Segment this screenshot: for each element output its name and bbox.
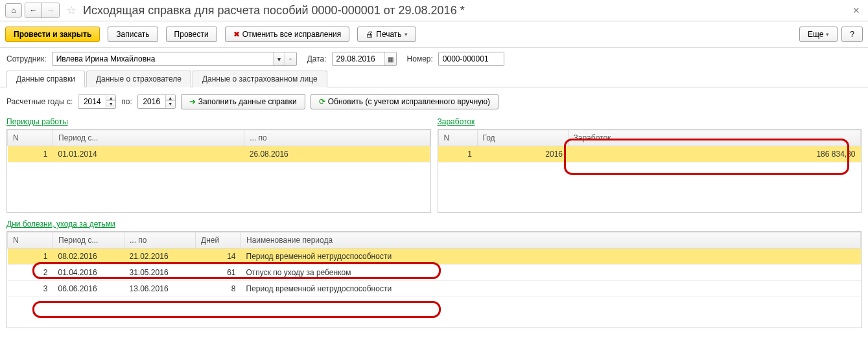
earnings-title: Заработок: [438, 116, 862, 128]
work-periods-title: Периоды работы: [6, 116, 431, 128]
years-to-label: по:: [121, 97, 132, 106]
up-icon[interactable]: ▲: [166, 95, 175, 101]
col-to: ... по: [124, 232, 196, 249]
year-from-group: ▲▼: [78, 95, 116, 109]
tab-insurer-data[interactable]: Данные о страхователе: [86, 71, 191, 87]
sick-table[interactable]: N Период с... ... по Дней Наименование п…: [7, 232, 861, 297]
calendar-icon[interactable]: ▦: [384, 52, 396, 65]
dropdown-icon: ▾: [826, 31, 829, 38]
post-and-close-button[interactable]: Провести и закрыть: [5, 27, 100, 42]
employee-input-group: ▾ ▫: [52, 52, 297, 66]
work-periods-table[interactable]: N Период с... ... по 1 01.01.2014 26.08.…: [7, 129, 430, 162]
cancel-corrections-button[interactable]: ✖ Отменить все исправления: [225, 27, 350, 42]
down-icon[interactable]: ▼: [106, 101, 115, 107]
help-button[interactable]: ?: [841, 27, 863, 42]
arrow-right-icon: ➔: [189, 97, 196, 106]
year-from-field[interactable]: [78, 95, 106, 108]
col-from: Период с...: [53, 130, 244, 146]
col-days: Дней: [196, 232, 241, 249]
form-row-employee: Сотрудник: ▾ ▫ Дата: ▦ Номер:: [0, 48, 868, 70]
tab-content: Расчетные годы с: ▲▼ по: ▲▼ ➔ Заполнить …: [0, 87, 868, 335]
fill-data-button[interactable]: ➔ Заполнить данные справки: [181, 94, 305, 109]
number-label: Номер:: [407, 54, 433, 63]
print-button[interactable]: 🖨 Печать ▾: [357, 27, 416, 42]
year-to-group: ▲▼: [137, 95, 176, 109]
col-n: N: [8, 130, 53, 146]
col-from: Период с...: [53, 232, 124, 249]
tab-reference-data[interactable]: Данные справки: [6, 71, 85, 87]
down-icon[interactable]: ▼: [166, 101, 175, 107]
print-label: Печать: [376, 30, 401, 39]
cancel-icon: ✖: [233, 30, 240, 39]
table-row[interactable]: 1 08.02.2016 21.02.2016 14 Период времен…: [8, 249, 861, 265]
open-icon[interactable]: ▫: [285, 52, 296, 65]
titlebar: ⌂ ← → ☆ Исходящая справка для расчета по…: [0, 0, 868, 21]
earnings-panel: Заработок N Год Заработок 1 2016 186 834…: [438, 116, 862, 213]
col-to: ... по: [244, 130, 430, 146]
table-row[interactable]: 2 01.04.2016 31.05.2016 61 Отпуск по ухо…: [8, 265, 861, 281]
number-field[interactable]: [439, 52, 504, 65]
main-toolbar: Провести и закрыть Записать Провести ✖ О…: [0, 21, 868, 48]
work-periods-panel: Периоды работы N Период с... ... по 1 01…: [6, 116, 431, 213]
earnings-table[interactable]: N Год Заработок 1 2016 186 834,30: [438, 129, 862, 162]
year-to-field[interactable]: [138, 95, 165, 108]
printer-icon: 🖨: [366, 30, 373, 39]
window-title: Исходящая справка для расчета пособий 00…: [83, 4, 465, 17]
refresh-icon: ⟳: [319, 97, 325, 106]
sick-title: Дни болезни, ухода за детьми: [6, 218, 862, 230]
action-row: Расчетные годы с: ▲▼ по: ▲▼ ➔ Заполнить …: [6, 94, 862, 109]
favorite-star-icon[interactable]: ☆: [66, 3, 76, 17]
table-row[interactable]: 3 06.06.2016 13.06.2016 8 Период временн…: [8, 281, 861, 297]
col-n: N: [8, 232, 53, 249]
table-row[interactable]: 1 2016 186 834,30: [438, 146, 861, 162]
date-field[interactable]: [333, 52, 384, 65]
fill-data-label: Заполнить данные справки: [198, 97, 297, 106]
tab-insured-data[interactable]: Данные о застрахованном лице: [193, 71, 327, 87]
post-button[interactable]: Провести: [166, 27, 217, 42]
date-input-group: ▦: [332, 52, 397, 66]
col-n: N: [438, 130, 477, 146]
tab-bar: Данные справки Данные о страхователе Дан…: [0, 70, 868, 87]
forward-button[interactable]: →: [42, 3, 59, 17]
up-icon[interactable]: ▲: [106, 95, 115, 101]
cancel-corrections-label: Отменить все исправления: [242, 30, 342, 39]
date-label: Дата:: [307, 54, 327, 63]
table-row[interactable]: 1 01.01.2014 26.08.2016: [8, 146, 430, 162]
col-year: Год: [477, 130, 568, 146]
refresh-button[interactable]: ⟳ Обновить (с учетом исправленного вручн…: [311, 94, 499, 109]
save-button[interactable]: Записать: [108, 27, 158, 42]
col-amount: Заработок: [568, 130, 861, 146]
refresh-label: Обновить (с учетом исправленного вручную…: [328, 97, 490, 106]
more-label: Еще: [808, 30, 823, 39]
number-input-group: [438, 52, 504, 66]
employee-label: Сотрудник:: [6, 54, 47, 63]
more-button[interactable]: Еще ▾: [799, 27, 838, 42]
dropdown-icon: ▾: [405, 31, 408, 38]
sick-panel: Дни болезни, ухода за детьми N Период с.…: [6, 218, 862, 328]
col-name: Наименование периода: [241, 232, 861, 249]
employee-field[interactable]: [53, 52, 273, 65]
years-from-label: Расчетные годы с:: [6, 97, 73, 106]
close-icon[interactable]: ✕: [850, 5, 863, 16]
dropdown-icon[interactable]: ▾: [273, 52, 285, 65]
home-button[interactable]: ⌂: [5, 3, 22, 17]
back-button[interactable]: ←: [25, 3, 42, 17]
